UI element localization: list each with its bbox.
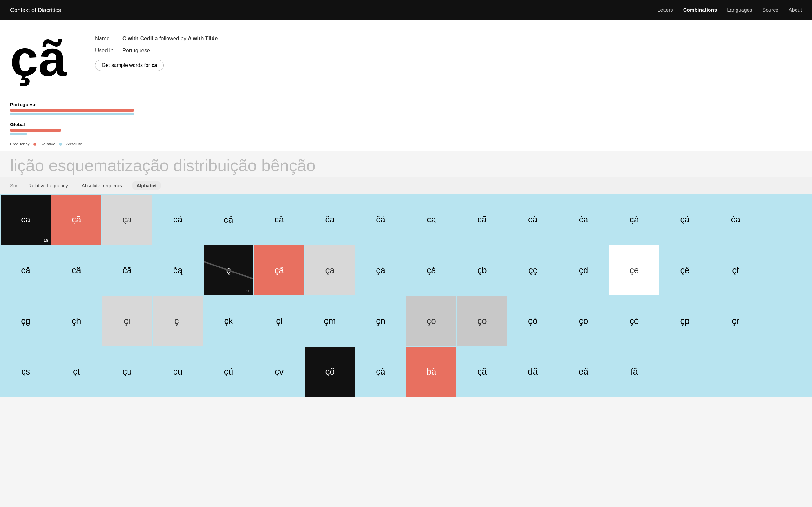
nav-link-letters[interactable]: Letters [658,7,673,13]
sample-btn-text: Get sample words for [102,62,150,68]
grid-cell-cd[interactable]: çd [559,245,609,295]
grid-cell-ca-acute[interactable]: cá [153,194,203,245]
grid-cell-ci-dotless[interactable]: çı [153,296,203,346]
nav-link-source[interactable]: Source [762,7,778,13]
grid-cell-ca-ogonek[interactable]: cą [406,194,456,245]
grid-cell-co[interactable]: ço [457,296,507,346]
portuguese-stat: Portuguese [10,102,802,115]
big-character-display: çã [10,33,80,83]
grid-cell-ct[interactable]: çt [51,347,101,397]
used-in-label: Used in [95,48,117,54]
grid-cell-cca-macron[interactable]: čā [102,245,152,295]
relative-dot [33,143,37,146]
grid-cell-empty-2 [761,245,811,295]
grid-cell-ca-tilde-row4[interactable]: çã [356,347,406,397]
grid-cell-ba-tilde[interactable]: bã [406,347,456,397]
info-panel: Name C with Cedilla followed by A with T… [95,33,217,83]
grid-cell-cca-dot[interactable]: ċa [711,194,761,245]
top-section: çã Name C with Cedilla followed by A wit… [0,20,812,94]
grid-cell-cca-acute[interactable]: čá [356,194,406,245]
grid-cell-co-tilde-black[interactable]: çõ [305,347,355,397]
nav-link-combinations[interactable]: Combinations [683,7,717,13]
absolute-label: Absolute [66,142,82,147]
grid-cell-empty-1 [761,194,811,245]
portuguese-label: Portuguese [10,102,802,107]
portuguese-relative-bar [10,109,134,112]
grid-cell-cb[interactable]: çb [457,245,507,295]
absolute-dot [59,143,62,146]
global-stat: Global [10,122,802,135]
grid-cell-ca-tilde-row2[interactable]: çã [254,245,304,295]
name-suffix: A with Tilde [188,36,217,42]
nav-title: Context of Diacritics [10,7,658,14]
grid-cell-ca-umlaut[interactable]: cä [51,245,101,295]
grid-cell-ca-cedilla-acute[interactable]: ća [559,194,609,245]
grid-cell-ca-cedilla[interactable]: ça [102,194,152,245]
grid-cell-cca-ogonek[interactable]: čą [153,245,203,295]
grid-cell-cn[interactable]: çn [356,296,406,346]
global-label: Global [10,122,802,127]
name-label: Name [95,36,117,42]
grid-cell-cu[interactable]: çu [153,347,203,397]
grid-cell-cv[interactable]: çv [254,347,304,397]
grid-cell-cr[interactable]: çr [711,296,761,346]
grid-cell-c-cedilla[interactable]: ç 31 [204,245,254,295]
grid-cell-ca-tilde-row4b[interactable]: çã [457,347,507,397]
navigation: Context of Diacritics Letters Combinatio… [0,0,812,20]
grid-cell-empty-4a [660,347,710,397]
grid-cell-ci[interactable]: çi [102,296,152,346]
grid-cell-cc[interactable]: çç [508,245,558,295]
grid-cell-cm[interactable]: çm [305,296,355,346]
sample-words-button[interactable]: Get sample words for ca [95,60,164,71]
sample-btn-bold: ca [152,62,157,68]
grid-cell-ca-cedilla-acute2[interactable]: çá [660,194,710,245]
grid-cell-cl[interactable]: çl [254,296,304,346]
grid-cell-ca-acute-row2[interactable]: çá [406,245,456,295]
grid-cell-co-umlaut[interactable]: çö [508,296,558,346]
grid-cell-cf[interactable]: çf [711,245,761,295]
grid-cell-ca[interactable]: ca18 [1,194,51,245]
global-absolute-bar [10,133,27,135]
grid-cell-ca-cedilla-grave[interactable]: çà [609,194,659,245]
grid-cell-ca-cedilla-row2[interactable]: ça [305,245,355,295]
nav-link-about[interactable]: About [789,7,802,13]
grid-cell-ch[interactable]: çh [51,296,101,346]
sort-alphabet[interactable]: Alphabet [132,181,161,190]
grid-cell-ca-grave-row2[interactable]: çà [356,245,406,295]
grid-cell-ca-tilde2[interactable]: cã [457,194,507,245]
used-in-row: Used in Portuguese [95,48,217,54]
grid-cell-fa-tilde[interactable]: fã [609,347,659,397]
nav-link-languages[interactable]: Languages [727,7,752,13]
grid-cell-ce[interactable]: çe [609,245,659,295]
grid-cell-ca-macron[interactable]: cā [1,245,51,295]
sort-absolute-frequency[interactable]: Absolute frequency [78,181,127,190]
grid-cell-cu-acute[interactable]: çú [204,347,254,397]
grid-cell-cca[interactable]: ča [305,194,355,245]
grid-cell-cp[interactable]: çp [660,296,710,346]
grid-cell-empty-4b [711,347,761,397]
global-relative-bar [10,129,61,131]
grid-cell-ca-circumflex[interactable]: câ [254,194,304,245]
frequency-legend: Frequency Relative Absolute [10,142,802,147]
grid-cell-cu-umlaut[interactable]: çü [102,347,152,397]
used-in-value: Portuguese [122,48,150,54]
grid-cell-ce-umlaut[interactable]: çë [660,245,710,295]
portuguese-absolute-bar [10,113,134,115]
grid-cell-ca-tilde[interactable]: çã [51,194,101,245]
name-middle: followed by [159,36,188,42]
grid-cell-ca-caron[interactable]: cǎ [204,194,254,245]
freq-label: Frequency [10,142,30,147]
grid-cell-da-tilde[interactable]: dã [508,347,558,397]
grid-cell-ea-tilde[interactable]: eã [559,347,609,397]
grid-cell-ck[interactable]: çk [204,296,254,346]
grid-cell-co-acute[interactable]: çó [609,296,659,346]
grid-cell-ca-grave[interactable]: cà [508,194,558,245]
grid-cell-co-grave[interactable]: çò [559,296,609,346]
sample-text-area: lição esquematização distribuição bênção [0,152,812,177]
grid-cell-cg[interactable]: çg [1,296,51,346]
grid-cell-cs[interactable]: çs [1,347,51,397]
sort-relative-frequency[interactable]: Relative frequency [24,181,72,190]
grid-cell-co-tilde[interactable]: çõ [406,296,456,346]
stats-section: Portuguese Global Frequency Relative Abs… [0,94,812,152]
nav-links: Letters Combinations Languages Source Ab… [658,7,802,13]
